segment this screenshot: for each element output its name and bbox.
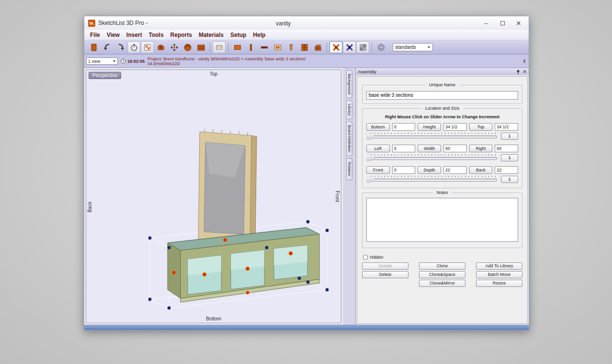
tab-library[interactable]: Library xyxy=(346,100,352,119)
side-tab-strip: Background Library Board Definition Rota… xyxy=(343,68,355,325)
top-button[interactable]: Top xyxy=(469,123,493,131)
unique-name-input[interactable] xyxy=(366,91,518,100)
back-value-input[interactable] xyxy=(495,166,518,174)
vertical-board-button[interactable] xyxy=(244,41,257,53)
hardware-pull-button[interactable] xyxy=(284,41,297,53)
bottom-value-input[interactable] xyxy=(392,123,416,131)
details-button[interactable]: Details xyxy=(362,262,408,270)
framed-panel-button[interactable] xyxy=(271,41,284,53)
contour-orange-button[interactable] xyxy=(329,41,342,53)
add-to-library-button[interactable]: Add To Library xyxy=(476,262,522,270)
move-button[interactable] xyxy=(168,41,181,53)
pin-icon[interactable] xyxy=(516,69,521,74)
unique-name-label: Unique Name xyxy=(425,82,459,87)
texture-grid-button[interactable] xyxy=(356,41,369,53)
height-increment-button[interactable]: 1 xyxy=(501,133,518,140)
delete-button[interactable]: Delete xyxy=(362,271,408,278)
slider-handle[interactable] xyxy=(366,134,374,140)
height-value-input[interactable] xyxy=(443,123,467,131)
minimize-button[interactable]: – xyxy=(478,18,494,28)
batch-move-button[interactable]: Batch Move xyxy=(476,271,522,278)
slider-ticks xyxy=(371,176,496,177)
slider-handle[interactable] xyxy=(366,177,374,183)
clone-mirror-button[interactable]: Clone&Mirror xyxy=(419,280,465,287)
viewport-3d[interactable]: Perspective Top Bottom Back Front xyxy=(86,69,341,323)
depth-value-input[interactable] xyxy=(443,166,467,174)
menu-file[interactable]: File xyxy=(90,32,100,38)
left-value-input[interactable] xyxy=(392,145,416,152)
close-button[interactable]: ✕ xyxy=(510,18,527,28)
cabinet-button[interactable] xyxy=(194,41,207,53)
standards-dropdown-value: standards xyxy=(395,45,416,50)
layout-grid-icon xyxy=(143,43,152,52)
right-value-input[interactable] xyxy=(495,145,518,152)
slider-track[interactable] xyxy=(366,179,497,182)
width-button[interactable]: Width xyxy=(418,145,441,152)
height-slider[interactable] xyxy=(366,133,497,140)
board-button[interactable] xyxy=(231,41,244,53)
front-button[interactable]: Front xyxy=(366,166,390,174)
width-slider[interactable] xyxy=(366,154,497,161)
menu-help[interactable]: Help xyxy=(253,32,265,38)
menu-view[interactable]: View xyxy=(107,32,120,38)
height-button[interactable]: Height xyxy=(418,123,441,131)
camera-button[interactable] xyxy=(154,41,167,53)
notes-textarea[interactable] xyxy=(366,198,518,242)
width-value-input[interactable] xyxy=(443,145,467,152)
perspective-button[interactable]: Perspective xyxy=(89,72,121,79)
panel-close-button[interactable]: ✕ xyxy=(523,69,527,74)
pane-splitter-handle[interactable]: ▲▼ xyxy=(522,59,527,64)
action-buttons: Details Delete Clone Clone&Space Clone&M… xyxy=(362,262,522,287)
menu-tools[interactable]: Tools xyxy=(149,32,164,38)
top-value-input[interactable] xyxy=(495,123,518,131)
depth-slider[interactable] xyxy=(366,176,497,183)
tab-board-definition[interactable]: Board Definition xyxy=(346,121,352,156)
width-increment-button[interactable]: 1 xyxy=(501,154,518,161)
menu-setup[interactable]: Setup xyxy=(230,32,246,38)
standards-dropdown[interactable]: standards ▼ xyxy=(393,43,433,51)
session-timer: 16:02:05 xyxy=(121,58,145,64)
board-panel-button[interactable] xyxy=(213,41,226,53)
menu-insert[interactable]: Insert xyxy=(126,32,142,38)
clone-button[interactable]: Clone xyxy=(419,262,465,270)
hidden-checkbox[interactable] xyxy=(363,255,368,260)
slider-handle[interactable] xyxy=(366,155,374,161)
status-strip xyxy=(84,325,529,330)
vanity-model[interactable] xyxy=(141,120,338,312)
slider-track[interactable] xyxy=(366,136,497,138)
new-document-button[interactable] xyxy=(87,41,100,53)
tab-rotation[interactable]: Rotation xyxy=(346,158,352,180)
location-size-group: Location and Size Right Mouse Click on S… xyxy=(362,108,522,188)
door-button[interactable] xyxy=(298,41,311,53)
viewport-back-label: Back xyxy=(87,202,92,212)
clone-disc-button[interactable] xyxy=(181,41,194,53)
clone-space-button[interactable]: Clone&Space xyxy=(419,271,465,278)
horizontal-board-button[interactable] xyxy=(258,41,271,53)
toolbar-separator xyxy=(228,43,228,52)
menu-reports[interactable]: Reports xyxy=(170,32,192,38)
menubar: File View Insert Tools Reports Materials… xyxy=(84,30,529,40)
undo-button[interactable] xyxy=(101,41,113,53)
view-count-dropdown[interactable]: 1 view ▼ xyxy=(86,57,118,65)
depth-increment-button[interactable]: 1 xyxy=(501,176,518,183)
tab-background[interactable]: Background xyxy=(346,70,352,98)
slider-ticks xyxy=(371,133,496,134)
back-button[interactable]: Back xyxy=(469,166,493,174)
drawer-button[interactable] xyxy=(311,41,324,53)
redo-button[interactable] xyxy=(114,41,127,53)
right-button[interactable]: Right xyxy=(469,145,493,152)
framed-panel-icon xyxy=(273,43,282,52)
menu-materials[interactable]: Materials xyxy=(199,32,224,38)
bottom-button[interactable]: Bottom xyxy=(366,123,390,131)
front-value-input[interactable] xyxy=(392,166,416,174)
resize-button[interactable]: Resize xyxy=(476,280,522,287)
stopwatch-button[interactable] xyxy=(127,41,140,53)
sphere-button[interactable] xyxy=(374,41,387,53)
maximize-button[interactable] xyxy=(494,18,510,28)
left-button[interactable]: Left xyxy=(366,145,390,152)
layout-grid-button[interactable] xyxy=(141,41,154,53)
slider-track[interactable] xyxy=(366,157,497,160)
depth-button[interactable]: Depth xyxy=(418,166,441,174)
contour-purple-button[interactable] xyxy=(343,41,356,53)
document-title: vanity xyxy=(276,20,291,27)
